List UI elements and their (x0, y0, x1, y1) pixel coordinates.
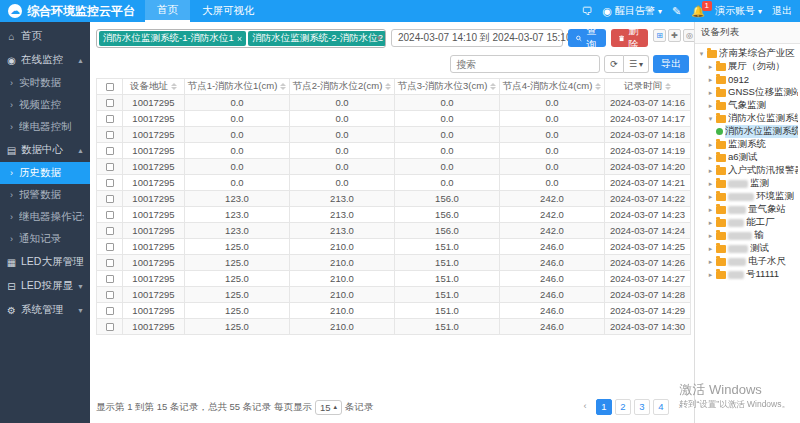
row-checkbox[interactable] (106, 195, 114, 203)
chevron-right-icon[interactable]: ▸ (707, 102, 714, 110)
alarm-menu[interactable]: ◉ 醒目告警 ▾ (602, 4, 662, 18)
chevron-down-icon[interactable]: ▾ (707, 115, 714, 123)
tree-item[interactable]: ▸气象监测 (697, 99, 798, 112)
sidebar-item[interactable]: ›历史数据 (0, 162, 90, 184)
date-range-input[interactable]: 2024-03-07 14:10 到 2024-03-07 15:10 (391, 29, 563, 47)
message-icon[interactable]: 🗨 (581, 6, 592, 17)
row-checkbox[interactable] (106, 131, 114, 139)
sidebar-item[interactable]: ▤数据中心▲ (0, 138, 90, 162)
sidebar-item[interactable]: ⌂首页 (0, 24, 90, 48)
chevron-right-icon[interactable]: ▸ (707, 167, 714, 175)
filter-tag[interactable]: 消防水位监测系统-2-消防水位2× (248, 31, 386, 46)
column-header[interactable]: 节点2-消防水位2(cm) (290, 79, 395, 95)
prev-page-button[interactable]: ‹ (577, 399, 593, 415)
page-button[interactable]: 4 (653, 399, 669, 415)
tree-item[interactable]: ▸GNSS位移监测站 (697, 86, 798, 99)
chevron-right-icon[interactable]: ▸ (707, 154, 714, 162)
chevron-right-icon[interactable]: ▸ (707, 63, 714, 71)
row-checkbox[interactable] (106, 275, 114, 283)
column-header[interactable]: 节点1-消防水位1(cm) (185, 79, 290, 95)
chevron-right-icon[interactable]: ▸ (707, 180, 714, 188)
chevron-right-icon[interactable]: ▸ (707, 258, 714, 266)
row-checkbox[interactable] (106, 163, 114, 171)
close-icon[interactable]: × (237, 34, 242, 44)
tree-item[interactable]: ▾消防水位监测系统 (697, 112, 798, 125)
tree-item[interactable]: ▾济南某综合产业区 (697, 47, 798, 60)
tree-item[interactable]: ▸输 (697, 229, 798, 242)
sidebar-item[interactable]: ›继电器控制 (0, 116, 90, 138)
tree-item[interactable]: ▸环境监测 (697, 190, 798, 203)
columns-icon[interactable]: ☰ ▾ (624, 55, 649, 73)
row-checkbox[interactable] (106, 147, 114, 155)
row-checkbox[interactable] (106, 227, 114, 235)
tree-item[interactable]: 消防水位监测系统 (697, 125, 798, 138)
table-cell: 242.0 (500, 207, 605, 223)
notifications-button[interactable]: 🔔 1 (691, 6, 705, 17)
sidebar-item[interactable]: ⊟LED投屏显示▼ (0, 274, 90, 298)
chevron-right-icon[interactable]: ▸ (707, 245, 714, 253)
tree-item[interactable]: ▸电子水尺 (697, 255, 798, 268)
page-button[interactable]: 1 (596, 399, 612, 415)
row-checkbox[interactable] (106, 115, 114, 123)
page-button[interactable]: 3 (634, 399, 650, 415)
page-button[interactable]: 2 (615, 399, 631, 415)
top-nav-item[interactable]: 首页 (145, 0, 190, 22)
chevron-right-icon[interactable]: ▸ (707, 141, 714, 149)
row-checkbox[interactable] (106, 211, 114, 219)
chevron-right-icon[interactable]: ▸ (707, 193, 714, 201)
row-checkbox[interactable] (106, 179, 114, 187)
chevron-right-icon[interactable]: ▸ (707, 232, 714, 240)
page-size-select[interactable]: 15 ▴ (315, 400, 342, 415)
row-checkbox[interactable] (106, 259, 114, 267)
sidebar-item[interactable]: ›通知记录 (0, 228, 90, 250)
edit-icon[interactable]: ✎ (672, 6, 681, 17)
tree-item[interactable]: ▸号11111 (697, 268, 798, 281)
expand-tree-icon[interactable]: ⊞ (653, 29, 666, 42)
account-menu[interactable]: 演示账号 ▾ (715, 4, 762, 18)
refresh-icon[interactable]: ⟳ (604, 55, 624, 73)
row-checkbox[interactable] (106, 243, 114, 251)
row-checkbox[interactable] (106, 99, 114, 107)
row-checkbox[interactable] (106, 307, 114, 315)
sidebar-item[interactable]: ›实时数据 (0, 72, 90, 94)
chevron-right-icon[interactable]: ▸ (707, 219, 714, 227)
column-header[interactable]: 设备地址 (123, 79, 185, 95)
sidebar-item[interactable]: ◉在线监控▲ (0, 48, 90, 72)
tree-item[interactable]: ▸量气象站 (697, 203, 798, 216)
shield-icon[interactable]: ◎ (683, 29, 694, 42)
tree-item[interactable]: ▸监测系统 (697, 138, 798, 151)
tree-item[interactable]: ▸测试 (697, 242, 798, 255)
export-button[interactable]: 导出 (653, 55, 689, 73)
chevron-right-icon[interactable]: ▸ (707, 89, 714, 97)
tree-item[interactable]: ▸监测 (697, 177, 798, 190)
query-button[interactable]: 查询 (568, 29, 606, 47)
chevron-down-icon[interactable]: ▾ (698, 50, 705, 58)
device-multiselect[interactable]: 消防水位监测系统-1-消防水位1×消防水位监测系统-2-消防水位2×消防水位监测… (96, 29, 386, 48)
column-header[interactable]: 节点4-消防水位4(cm) (500, 79, 605, 95)
delete-button[interactable]: 删除 (611, 29, 648, 47)
plus-icon[interactable]: ✚ (668, 29, 681, 42)
chevron-right-icon[interactable]: ▸ (707, 271, 714, 279)
row-checkbox[interactable] (106, 323, 114, 331)
sidebar-item[interactable]: ▦LED大屏管理 (0, 250, 90, 274)
tree-item[interactable]: ▸a6测试 (697, 151, 798, 164)
column-header[interactable]: 记录时间 (605, 79, 691, 95)
chevron-right-icon[interactable]: ▸ (707, 206, 714, 214)
top-nav-item[interactable]: 大屏可视化 (190, 0, 267, 22)
sidebar-item[interactable]: ›视频监控 (0, 94, 90, 116)
chevron-right-icon[interactable]: ▸ (707, 76, 714, 84)
select-all-checkbox[interactable] (106, 83, 114, 91)
tree-item[interactable]: ▸0912 (697, 73, 798, 86)
sidebar-item[interactable]: ⚙系统管理▼ (0, 298, 90, 322)
sidebar-item[interactable]: ›报警数据 (0, 184, 90, 206)
tree-item[interactable]: ▸展厅（勿动） (697, 60, 798, 73)
filter-tag[interactable]: 消防水位监测系统-1-消防水位1× (99, 31, 246, 46)
sidebar-item[interactable]: ›继电器操作记录 (0, 206, 90, 228)
logout-link[interactable]: 退出 (772, 4, 792, 18)
tree-item[interactable]: ▸入户式防汛报警器 (697, 164, 798, 177)
row-checkbox[interactable] (106, 291, 114, 299)
tree-item[interactable]: ▸能工厂 (697, 216, 798, 229)
next-page-button[interactable]: › (672, 399, 688, 415)
column-header[interactable]: 节点3-消防水位3(cm) (395, 79, 500, 95)
search-input[interactable] (450, 55, 600, 73)
